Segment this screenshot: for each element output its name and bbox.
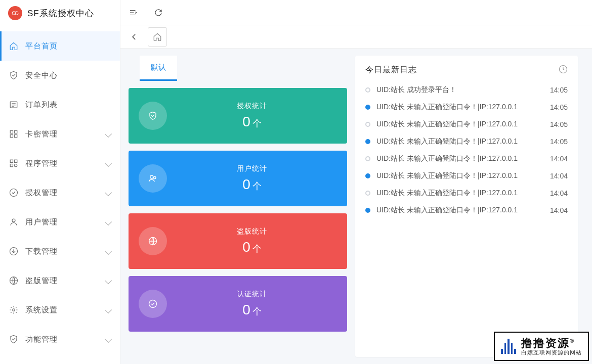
content-area: 默认 授权统计 0个 用户统计 0个 盗版统计 0个 认证统计 0个 今日最新日…: [120, 49, 592, 364]
stat-card-blue[interactable]: 用户统计 0个: [129, 151, 347, 206]
sidebar-item-5[interactable]: 授权管理: [0, 178, 120, 207]
stat-body: 认证统计 0个: [167, 290, 337, 318]
log-time: 14:04: [550, 155, 568, 163]
log-dot-icon: [365, 208, 370, 213]
log-title: 今日最新日志: [365, 65, 417, 75]
sidebar-item-9[interactable]: 系统设置: [0, 295, 120, 325]
grid-icon: [9, 129, 18, 139]
tab-default[interactable]: 默认: [140, 56, 177, 81]
stat-title: 认证统计: [167, 290, 337, 299]
logo-icon: [8, 6, 22, 20]
refresh-button[interactable]: [153, 7, 164, 18]
stat-cards: 授权统计 0个 用户统计 0个 盗版统计 0个 认证统计 0个: [129, 88, 347, 332]
chevron-down-icon: [105, 277, 112, 284]
stats-column: 默认 授权统计 0个 用户统计 0个 盗版统计 0个 认证统计 0个: [129, 56, 347, 357]
sidebar-item-label: 盗版管理: [25, 276, 99, 286]
log-time: 14:05: [550, 120, 568, 128]
sidebar-item-6[interactable]: 用户管理: [0, 207, 120, 237]
log-time: 14:04: [550, 172, 568, 180]
chevron-down-icon: [105, 306, 112, 313]
log-item[interactable]: UID:站长 未输入正确登陆口令！|IP:127.0.0.1 14:05: [365, 133, 568, 150]
app-logo-row: SF系统授权中心: [0, 0, 120, 26]
globe-icon: [9, 276, 18, 285]
stat-body: 用户统计 0个: [167, 164, 337, 193]
stat-card-purple[interactable]: 认证统计 0个: [129, 276, 347, 332]
log-time: 14:05: [550, 86, 568, 94]
breadcrumb-bar: [120, 25, 592, 49]
log-dot-icon: [365, 87, 370, 93]
user-icon: [9, 217, 18, 226]
log-text: UID:站长 未输入正确登陆口令！|IP:127.0.0.1: [376, 154, 544, 163]
sidebar-item-2[interactable]: 订单列表: [0, 90, 120, 119]
log-text: UID:站长 未输入正确登陆口令！|IP:127.0.0.1: [376, 189, 544, 198]
tab-head: 默认: [129, 56, 347, 81]
sidebar-item-7[interactable]: 下载管理: [0, 237, 120, 266]
log-dot-icon: [365, 139, 370, 144]
home-icon: [9, 41, 18, 51]
chevron-down-icon: [105, 218, 112, 225]
log-item[interactable]: UID:站长 未输入正确登陆口令！|IP:127.0.0.1 14:04: [365, 185, 568, 202]
stat-card-green[interactable]: 授权统计 0个: [129, 88, 347, 144]
stat-title: 授权统计: [167, 102, 337, 111]
log-text: UID:站长 成功登录平台！: [376, 85, 544, 95]
log-dot-icon: [365, 122, 370, 127]
log-item[interactable]: UID:站长 未输入正确登陆口令！|IP:127.0.0.1 14:04: [365, 150, 568, 167]
log-text: UID:站长 未输入正确登陆口令！|IP:127.0.0.1: [376, 103, 544, 112]
stat-body: 盗版统计 0个: [167, 227, 337, 255]
check-icon: [139, 290, 167, 318]
log-time: 14:04: [550, 189, 568, 197]
chevron-down-icon: [105, 336, 112, 343]
log-item[interactable]: UID:站长 未输入正确登陆口令！|IP:127.0.0.1 14:05: [365, 116, 568, 133]
chevron-down-icon: [105, 248, 112, 255]
nav-list: 平台首页 安全中心 订单列表 卡密管理 程序管理 授权管理 用户管理 下载管理 …: [0, 31, 120, 354]
shield-icon: [139, 102, 167, 130]
sidebar-item-label: 功能管理: [25, 335, 99, 344]
log-item[interactable]: UID:站长 成功登录平台！ 14:05: [365, 81, 568, 99]
sidebar-item-label: 下载管理: [25, 247, 99, 256]
log-time: 14:04: [550, 206, 568, 214]
log-item[interactable]: UID:站长 未输入正确登陆口令！|IP:127.0.0.1 14:05: [365, 99, 568, 116]
stat-title: 用户统计: [167, 164, 337, 173]
log-time: 14:05: [550, 138, 568, 146]
gear-icon: [9, 305, 18, 314]
log-time: 14:05: [550, 103, 568, 111]
stat-value: 0个: [167, 176, 337, 193]
log-panel: 今日最新日志 UID:站长 成功登录平台！ 14:05 UID:站长 未输入正确…: [355, 56, 578, 357]
stat-value: 0个: [167, 302, 337, 318]
log-dot-icon: [365, 156, 370, 161]
sidebar-item-label: 系统设置: [25, 305, 99, 315]
sidebar-item-4[interactable]: 程序管理: [0, 149, 120, 178]
log-text: UID:站长 未输入正确登陆口令！|IP:127.0.0.1: [376, 120, 544, 129]
home-button[interactable]: [148, 27, 167, 47]
log-item[interactable]: UID:站长 未输入正确登陆口令！|IP:127.0.0.1 14:04: [365, 167, 568, 185]
shield2-icon: [9, 335, 18, 344]
sidebar-item-label: 订单列表: [25, 100, 111, 110]
sidebar-item-10[interactable]: 功能管理: [0, 325, 120, 354]
stat-card-red[interactable]: 盗版统计 0个: [129, 213, 347, 269]
download-icon: [9, 247, 18, 256]
back-button[interactable]: [125, 28, 143, 46]
sidebar-item-1[interactable]: 安全中心: [0, 61, 120, 90]
sidebar-item-8[interactable]: 盗版管理: [0, 266, 120, 295]
list-icon: [9, 100, 18, 109]
chevron-down-icon: [105, 160, 112, 167]
users-icon: [139, 164, 167, 193]
log-item[interactable]: UID:站长 未输入正确登陆口令！|IP:127.0.0.1 14:04: [365, 202, 568, 219]
sidebar-item-0[interactable]: 平台首页: [0, 31, 120, 61]
topbar: [120, 0, 592, 25]
log-text: UID:站长 未输入正确登陆口令！|IP:127.0.0.1: [376, 206, 544, 215]
globe-icon: [139, 227, 167, 255]
stat-value: 0个: [167, 239, 337, 255]
chevron-down-icon: [105, 189, 112, 196]
log-text: UID:站长 未输入正确登陆口令！|IP:127.0.0.1: [376, 137, 544, 146]
app-title: SF系统授权中心: [27, 8, 94, 19]
stat-value: 0个: [167, 114, 337, 130]
log-dot-icon: [365, 191, 370, 196]
toggle-sidebar-button[interactable]: [128, 7, 139, 18]
log-header: 今日最新日志: [365, 65, 568, 75]
log-text: UID:站长 未输入正确登陆口令！|IP:127.0.0.1: [376, 171, 544, 180]
sidebar-item-label: 安全中心: [25, 71, 111, 80]
log-list: UID:站长 成功登录平台！ 14:05 UID:站长 未输入正确登陆口令！|I…: [365, 81, 568, 219]
sidebar-item-label: 卡密管理: [25, 129, 99, 139]
sidebar-item-3[interactable]: 卡密管理: [0, 119, 120, 149]
